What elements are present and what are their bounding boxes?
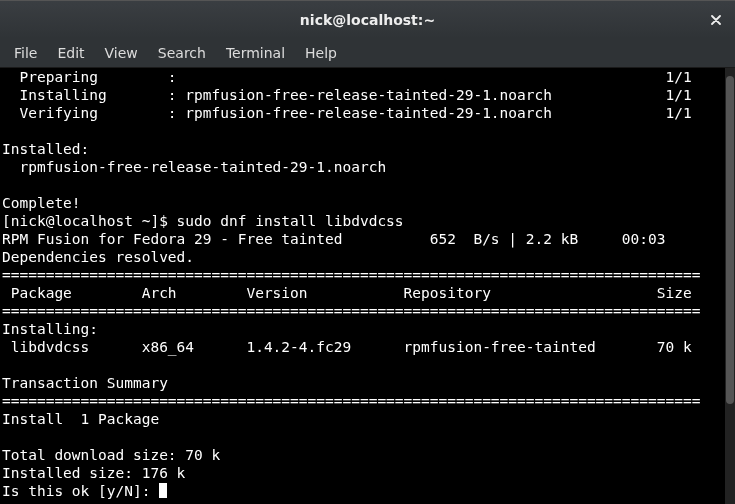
shell-command: sudo dnf install libdvdcss (177, 213, 404, 229)
output-line: Transaction Summary (2, 375, 168, 391)
close-button[interactable] (705, 9, 727, 31)
menu-terminal[interactable]: Terminal (216, 41, 295, 65)
output-line: ========================================… (2, 267, 700, 283)
output-line: Verifying : rpmfusion-free-release-taint… (2, 105, 692, 121)
output-line: Preparing : 1/1 (2, 69, 692, 85)
window-titlebar: nick@localhost:~ (0, 0, 735, 38)
menu-help[interactable]: Help (295, 41, 347, 65)
terminal-content[interactable]: Preparing : 1/1 Installing : rpmfusion-f… (0, 68, 725, 504)
output-line: Total download size: 70 k (2, 447, 220, 463)
output-line: RPM Fusion for Fedora 29 - Free tainted … (2, 231, 665, 247)
menubar: File Edit View Search Terminal Help (0, 38, 735, 68)
terminal-area[interactable]: Preparing : 1/1 Installing : rpmfusion-f… (0, 68, 735, 504)
output-line: libdvdcss x86_64 1.4.2-4.fc29 rpmfusion-… (2, 339, 692, 355)
window-title: nick@localhost:~ (300, 12, 435, 28)
menu-edit[interactable]: Edit (47, 41, 94, 65)
menu-view[interactable]: View (95, 41, 148, 65)
output-line: Installed: (2, 141, 89, 157)
output-line: Dependencies resolved. (2, 249, 194, 265)
scrollbar-thumb[interactable] (726, 76, 734, 404)
terminal-scrollbar[interactable] (725, 68, 735, 504)
output-line: Package Arch Version Repository Size (2, 285, 692, 301)
output-line: Installed size: 176 k (2, 465, 185, 481)
menu-file[interactable]: File (4, 41, 47, 65)
shell-prompt: [nick@localhost ~]$ (2, 213, 177, 229)
output-line: ========================================… (2, 303, 700, 319)
output-line: ========================================… (2, 393, 700, 409)
output-line: rpmfusion-free-release-tainted-29-1.noar… (2, 159, 386, 175)
output-line: Installing: (2, 321, 98, 337)
output-line: Complete! (2, 195, 81, 211)
output-line: Installing : rpmfusion-free-release-tain… (2, 87, 692, 103)
prompt-question: Is this ok [y/N]: (2, 483, 159, 499)
close-icon (711, 12, 721, 28)
output-line: Install 1 Package (2, 411, 159, 427)
menu-search[interactable]: Search (148, 41, 216, 65)
terminal-cursor (159, 483, 167, 498)
